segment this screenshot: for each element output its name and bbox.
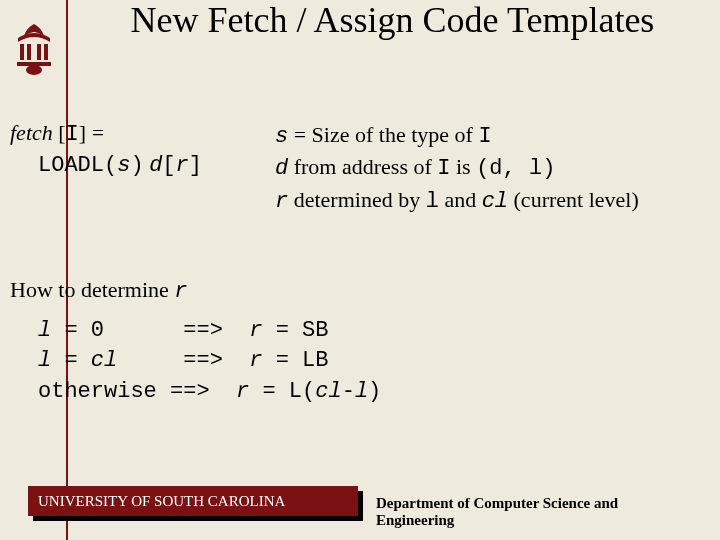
how-determine: How to determine r	[10, 277, 710, 304]
slide-title: New Fetch / Assign Code Templates	[90, 2, 695, 40]
fetch-row: fetch [I] = LOADL(s) d[r] s = Size of th…	[10, 120, 710, 217]
footer: UNIVERSITY OF SOUTH CAROLINA Department …	[28, 486, 698, 520]
svg-rect-3	[44, 44, 48, 60]
slide-content: fetch [I] = LOADL(s) d[r] s = Size of th…	[10, 120, 710, 407]
svg-point-5	[26, 65, 42, 75]
note-d: d from address of I is (d, l)	[275, 152, 710, 184]
fetch-left: fetch [I] = LOADL(s) d[r]	[10, 120, 275, 178]
svg-rect-2	[37, 44, 41, 60]
svg-rect-0	[20, 44, 24, 60]
note-r: r determined by l and cl (current level)	[275, 185, 710, 217]
footer-university-box: UNIVERSITY OF SOUTH CAROLINA	[28, 486, 358, 516]
university-logo-icon	[12, 22, 56, 76]
fetch-label: fetch	[10, 120, 53, 145]
department-name: Department of Computer Science and Engin…	[376, 495, 698, 529]
fetch-arg: I	[66, 122, 79, 147]
note-s: s = Size of the type of I	[275, 120, 710, 152]
slide: New Fetch / Assign Code Templates fetch …	[0, 0, 720, 540]
university-name: UNIVERSITY OF SOUTH CAROLINA	[38, 493, 285, 510]
load-instruction: LOADL(s) d[r]	[10, 151, 275, 178]
fetch-signature: fetch [I] =	[10, 120, 275, 147]
rules-block: l = 0 ==> r = SB l = cl ==> r = LB other…	[10, 316, 710, 407]
equals: =	[92, 120, 104, 145]
svg-rect-1	[27, 44, 31, 60]
fetch-notes: s = Size of the type of I d from address…	[275, 120, 710, 217]
